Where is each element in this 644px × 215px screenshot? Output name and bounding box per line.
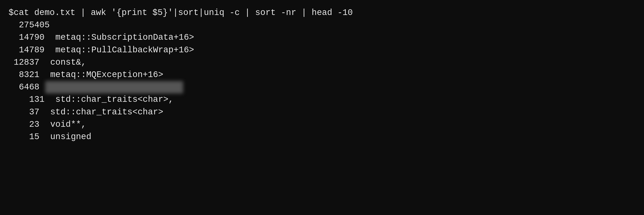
line-count: 12837: [8, 56, 45, 69]
line-count: 14790: [8, 32, 50, 44]
line-count: 15: [8, 131, 45, 143]
line-count: 8321: [8, 69, 45, 81]
output-line: 15 unsigned: [8, 131, 636, 143]
command-line: $cat demo.txt | awk '{print $5}'|sort|un…: [8, 7, 636, 19]
output-line: 8321 metaq::MQException+16>: [8, 69, 636, 81]
line-text: std::char_traits<char>,: [50, 94, 173, 106]
line-text: metaq::SubscriptionData+16>: [50, 32, 194, 44]
output-line: 14790 metaq::SubscriptionData+16>: [8, 32, 636, 44]
output-line: 131 std::char_traits<char>,: [8, 94, 636, 106]
line-count: 131: [8, 94, 50, 106]
line-count: 14789: [8, 44, 50, 56]
line-text: std::char_traits<char>: [45, 106, 164, 118]
command-text: $cat demo.txt | awk '{print $5}'|sort|un…: [8, 7, 353, 19]
output-line: 14789 metaq::PullCallbackWrap+16>: [8, 44, 636, 56]
line-count: 37: [8, 106, 45, 118]
line-count: 275405: [8, 19, 56, 32]
line-count: 6468: [8, 81, 45, 94]
output-line: 37 std::char_traits<char>: [8, 106, 636, 118]
line-text: metaq::MQException+16>: [45, 69, 164, 81]
line-text: unsigned: [45, 131, 91, 143]
line-text: metaq::PullCallbackWrap+16>: [50, 44, 194, 56]
output-line: 6468[REDACTED CONTENT]: [8, 81, 636, 94]
line-text: const&,: [45, 56, 86, 69]
line-text: [REDACTED CONTENT]: [45, 81, 183, 94]
output-line: 275405: [8, 19, 636, 32]
line-count: 23: [8, 118, 45, 131]
line-text: void**,: [45, 118, 86, 131]
output-line: 12837 const&,: [8, 56, 636, 69]
terminal-output: $cat demo.txt | awk '{print $5}'|sort|un…: [8, 7, 636, 143]
output-line: 23 void**,: [8, 118, 636, 131]
